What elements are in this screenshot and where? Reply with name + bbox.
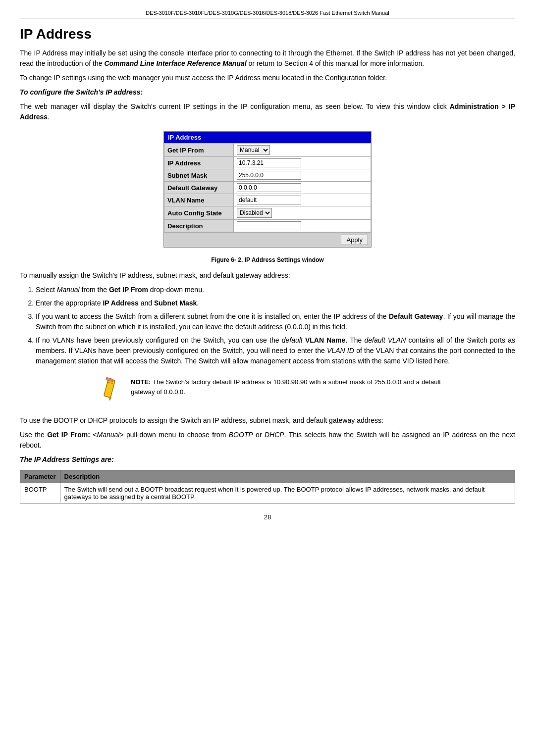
step2-bold2: Subnet Mask — [154, 299, 197, 307]
default-gateway-input[interactable] — [237, 183, 301, 192]
note-box: NOTE: The Switch's factory default IP ad… — [94, 375, 441, 406]
description-input[interactable] — [237, 221, 301, 230]
table-section-title-text: The IP Address Settings are: — [20, 455, 114, 463]
note-body: The Switch's factory default IP address … — [131, 378, 441, 396]
step3-bold: Default Gateway — [389, 312, 443, 320]
list-item: Enter the appropriate IP Address and Sub… — [36, 298, 515, 308]
row-value-auto-config: Disabled Enabled — [234, 206, 371, 220]
bootp-para1-text: To use the BOOTP or DHCP protocols to as… — [20, 416, 383, 424]
bootp-para1: To use the BOOTP or DHCP protocols to as… — [20, 415, 515, 426]
bootp-italic3: DHCP — [265, 431, 284, 439]
row-label-gateway: Default Gateway — [164, 182, 234, 194]
intro-paragraph: The IP Address may initially be set usin… — [20, 48, 515, 69]
row-value-ip-address — [234, 157, 371, 169]
table-section-title: The IP Address Settings are: — [20, 454, 515, 465]
pencil-icon — [94, 375, 124, 405]
row-value-vlan — [234, 194, 371, 206]
list-item: If no VLANs have been previously configu… — [36, 335, 515, 366]
step4-italic3: VLAN ID — [327, 347, 354, 354]
config-para: To change IP settings using the web mana… — [20, 73, 515, 83]
bootp-bold: Get IP From: — [47, 431, 90, 439]
row-label-get-ip: Get IP From — [164, 144, 234, 157]
widget-footer: Apply — [164, 232, 371, 247]
table-row: Default Gateway — [164, 182, 371, 194]
ip-settings-table: Get IP From Manual BOOTP DHCP IP Address… — [164, 143, 371, 232]
view-window-text: The web manager will display the Switch'… — [20, 102, 450, 110]
table-row: IP Address — [164, 157, 371, 169]
list-item: Select Manual from the Get IP From drop-… — [36, 285, 515, 295]
table-row: Description — [164, 220, 371, 232]
step4-italic2: default VLAN — [365, 336, 406, 344]
page-title: IP Address — [20, 26, 515, 42]
param-col-header: Parameter — [20, 470, 60, 483]
param-table: Parameter Description BOOTP The Switch w… — [20, 470, 515, 504]
intro-p1-bold-italic: Command Line Interface Reference Manual — [104, 59, 246, 67]
svg-rect-2 — [106, 377, 113, 381]
header-text: DES-3010F/DES-3010FL/DES-3010G/DES-3016/… — [146, 10, 389, 16]
step2-bold1: IP Address — [103, 299, 138, 307]
row-value-get-ip: Manual BOOTP DHCP — [234, 144, 371, 157]
table-row: Subnet Mask — [164, 169, 371, 182]
step1-bold: Get IP From — [109, 286, 148, 294]
configure-heading-text: To configure the Switch's IP address: — [20, 88, 143, 96]
view-window-end: . — [48, 113, 50, 121]
view-window-para: The web manager will display the Switch'… — [20, 101, 515, 122]
manual-steps-intro-text: To manually assign the Switch's IP addre… — [20, 271, 290, 279]
bootp-italic1: Manual — [97, 431, 119, 439]
figure-caption: Figure 6- 2. IP Address Settings window — [20, 256, 515, 263]
configure-heading: To configure the Switch's IP address: — [20, 87, 515, 98]
row-value-gateway — [234, 182, 371, 194]
row-label-ip-address: IP Address — [164, 157, 234, 169]
figure-caption-text: Figure 6- 2. IP Address Settings window — [211, 256, 323, 263]
bootp-para2: Use the Get IP From: <Manual> pull-down … — [20, 430, 515, 451]
page-number-text: 28 — [264, 513, 271, 521]
desc-col-header: Description — [60, 470, 515, 483]
auto-config-select[interactable]: Disabled Enabled — [237, 208, 272, 218]
note-text: NOTE: The Switch's factory default IP ad… — [131, 375, 441, 397]
ip-address-widget: IP Address Get IP From Manual BOOTP DHCP… — [163, 131, 372, 248]
apply-button[interactable]: Apply — [341, 235, 368, 245]
vlan-name-input[interactable] — [237, 196, 301, 204]
step4-italic1: default — [282, 336, 303, 344]
widget-title: IP Address — [164, 132, 371, 143]
bootp-italic2: BOOTP — [229, 431, 253, 439]
row-label-subnet: Subnet Mask — [164, 169, 234, 182]
manual-steps-intro: To manually assign the Switch's IP addre… — [20, 270, 515, 281]
get-ip-select[interactable]: Manual BOOTP DHCP — [237, 145, 270, 155]
table-row: Auto Config State Disabled Enabled — [164, 206, 371, 220]
row-label-description: Description — [164, 220, 234, 232]
intro-p1-cont: or return to Section 4 of this manual fo… — [247, 59, 425, 67]
svg-rect-0 — [104, 379, 115, 398]
subnet-mask-input[interactable] — [237, 171, 301, 180]
steps-list: Select Manual from the Get IP From drop-… — [36, 285, 515, 366]
table-row: Get IP From Manual BOOTP DHCP — [164, 144, 371, 157]
list-item: If you want to access the Switch from a … — [36, 311, 515, 332]
desc-cell: The Switch will send out a BOOTP broadca… — [60, 483, 515, 504]
row-value-description — [234, 220, 371, 232]
param-cell: BOOTP — [20, 483, 60, 504]
config-para-text: To change IP settings using the web mana… — [20, 74, 387, 82]
row-label-auto-config: Auto Config State — [164, 206, 234, 220]
note-label: NOTE: — [131, 378, 151, 386]
table-header-row: Parameter Description — [20, 470, 515, 483]
note-icon-container — [94, 375, 124, 406]
page-number: 28 — [20, 513, 515, 521]
step4-bold1: VLAN Name — [305, 336, 345, 344]
table-row: BOOTP The Switch will send out a BOOTP b… — [20, 483, 515, 504]
ip-address-input[interactable] — [237, 158, 301, 167]
table-row: VLAN Name — [164, 194, 371, 206]
step1-italic: Manual — [57, 286, 80, 294]
row-label-vlan: VLAN Name — [164, 194, 234, 206]
row-value-subnet — [234, 169, 371, 182]
doc-header: DES-3010F/DES-3010FL/DES-3010G/DES-3016/… — [20, 10, 515, 18]
